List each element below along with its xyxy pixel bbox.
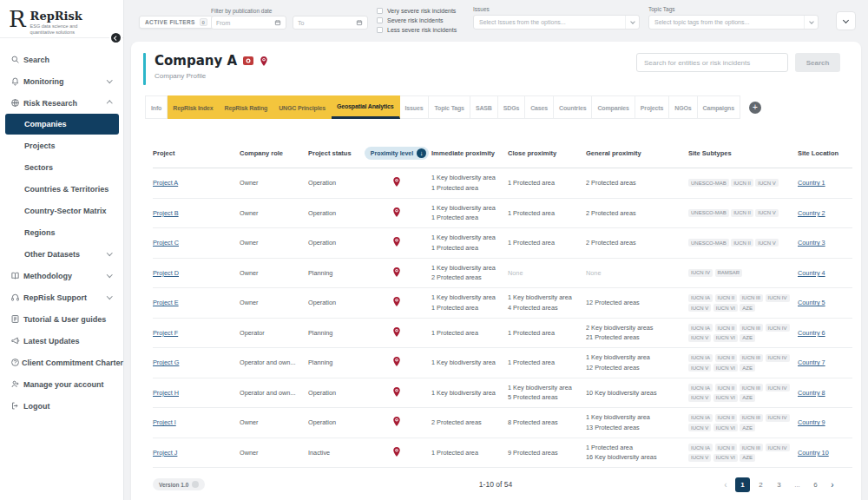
severity-option-severe-risk-incidents[interactable]: Severe risk incidents bbox=[377, 16, 457, 24]
sidebar-item-regions[interactable]: Regions bbox=[0, 221, 123, 243]
sidebar-item-methodology[interactable]: Methodology bbox=[0, 265, 123, 286]
country-link[interactable]: Country 1 bbox=[798, 179, 825, 187]
project-link[interactable]: Project B bbox=[153, 209, 179, 217]
column-header-immediate-proximity[interactable]: Immediate proximity bbox=[431, 149, 508, 157]
pagination-page-6[interactable]: 6 bbox=[808, 477, 823, 492]
column-header-proximity-level[interactable]: Proximity level↓ bbox=[362, 147, 431, 160]
column-header-project-status[interactable]: Project status bbox=[308, 149, 362, 157]
pagination-page-3[interactable]: 3 bbox=[772, 477, 786, 492]
sidebar-collapse-button[interactable] bbox=[109, 31, 122, 44]
media-icon[interactable] bbox=[243, 56, 253, 65]
map-pin-icon[interactable] bbox=[392, 446, 401, 459]
map-pin-icon[interactable] bbox=[392, 266, 401, 280]
project-link[interactable]: Project F bbox=[153, 329, 178, 337]
pagination-next-button[interactable]: › bbox=[826, 480, 838, 490]
entity-search-input[interactable] bbox=[636, 53, 788, 72]
project-link[interactable]: Project C bbox=[153, 239, 179, 247]
active-filters-button[interactable]: ACTIVE FILTERS 0 bbox=[139, 16, 214, 29]
sidebar-item-reprisk-support[interactable]: RepRisk Support bbox=[0, 286, 123, 308]
country-link[interactable]: Country 9 bbox=[798, 418, 825, 426]
sidebar-item-client-commitment-charter[interactable]: Client Commitment Charter bbox=[0, 352, 123, 373]
sidebar-item-country-sector-matrix[interactable]: Country-Sector Matrix bbox=[0, 200, 123, 221]
country-link[interactable]: Country 3 bbox=[798, 239, 825, 247]
tab-companies[interactable]: Companies bbox=[592, 95, 635, 119]
country-link[interactable]: Country 8 bbox=[798, 389, 825, 397]
map-pin-icon[interactable] bbox=[392, 356, 401, 369]
filters-expand-button[interactable] bbox=[836, 11, 856, 30]
tab-campaigns[interactable]: Campaigns bbox=[698, 95, 740, 119]
tab-reprisk-rating[interactable]: RepRisk Rating bbox=[220, 95, 274, 119]
tab-cases[interactable]: Cases bbox=[525, 95, 554, 119]
map-pin-icon[interactable] bbox=[392, 326, 401, 339]
topic-tags-select[interactable]: Select topic tags from the options... bbox=[648, 15, 819, 30]
project-link[interactable]: Project D bbox=[153, 269, 179, 277]
country-link[interactable]: Country 4 bbox=[798, 269, 825, 277]
proximity-line: 1 Protected area bbox=[431, 328, 508, 338]
checkbox-unchecked-icon[interactable] bbox=[377, 27, 383, 33]
project-link[interactable]: Project E bbox=[153, 299, 179, 306]
issues-select[interactable]: Select Issues from the options... bbox=[473, 15, 640, 30]
sidebar-item-tutorial-user-guides[interactable]: Tutorial & User guides bbox=[0, 308, 123, 330]
project-link[interactable]: Project J bbox=[153, 449, 177, 457]
tab-geospatial-analytics[interactable]: Geospatial Analytics bbox=[332, 95, 400, 119]
column-header-company-role[interactable]: Company role bbox=[240, 149, 308, 157]
sidebar-item-other-datasets[interactable]: Other Datasets bbox=[0, 243, 123, 265]
sidebar-item-countries-territories[interactable]: Countries & Territories bbox=[0, 178, 123, 200]
tab-ungc-principles[interactable]: UNGC Principles bbox=[273, 95, 332, 119]
card-footer: Version 1.0 1-10 of 54 ‹ 123...6 › bbox=[153, 476, 838, 493]
column-header-site-location[interactable]: Site Location bbox=[798, 149, 852, 157]
map-pin-icon[interactable] bbox=[392, 236, 401, 249]
project-link[interactable]: Project H bbox=[153, 389, 179, 397]
country-link[interactable]: Country 5 bbox=[798, 299, 825, 306]
pagination-page-1[interactable]: 1 bbox=[735, 477, 750, 492]
column-header-project[interactable]: Project bbox=[153, 149, 240, 157]
sidebar-item-search[interactable]: Search bbox=[0, 49, 123, 70]
sidebar-item-logout[interactable]: Logout bbox=[0, 395, 123, 417]
country-link[interactable]: Country 6 bbox=[798, 329, 825, 337]
tab-projects[interactable]: Projects bbox=[635, 95, 669, 119]
pagination-prev-button[interactable]: ‹ bbox=[720, 480, 732, 490]
map-pin-icon[interactable] bbox=[392, 416, 401, 429]
add-tab-button[interactable]: + bbox=[749, 102, 761, 114]
tab-issues[interactable]: Issues bbox=[400, 95, 430, 119]
tab-countries[interactable]: Countries bbox=[554, 95, 592, 119]
proximity-level-sort-pill[interactable]: Proximity level↓ bbox=[365, 147, 429, 160]
sidebar-item-sectors[interactable]: Sectors bbox=[0, 156, 123, 178]
sidebar-item-companies[interactable]: Companies bbox=[5, 114, 119, 135]
column-header-close-proximity[interactable]: Close proximity bbox=[508, 149, 586, 157]
project-link[interactable]: Project I bbox=[153, 418, 176, 426]
map-pin-icon[interactable] bbox=[392, 207, 401, 220]
map-pin-icon[interactable] bbox=[260, 56, 268, 67]
site-subtype-tag: IUCN V bbox=[688, 334, 711, 342]
checkbox-unchecked-icon[interactable] bbox=[377, 8, 383, 14]
project-link[interactable]: Project A bbox=[153, 179, 178, 187]
tab-info[interactable]: Info bbox=[145, 95, 168, 119]
severity-option-less-severe-risk-incidents[interactable]: Less severe risk incidents bbox=[377, 25, 457, 34]
country-link[interactable]: Country 7 bbox=[798, 359, 825, 366]
date-to-input[interactable]: To bbox=[293, 16, 368, 30]
map-pin-icon[interactable] bbox=[392, 296, 401, 309]
sidebar-item-monitoring[interactable]: Monitoring bbox=[0, 70, 123, 92]
sidebar-item-projects[interactable]: Projects bbox=[0, 135, 123, 156]
map-pin-icon[interactable] bbox=[392, 176, 401, 189]
checkbox-unchecked-icon[interactable] bbox=[377, 17, 383, 23]
sidebar-item-latest-updates[interactable]: Latest Updates bbox=[0, 330, 123, 352]
tab-sasb[interactable]: SASB bbox=[470, 95, 498, 119]
country-link[interactable]: Country 10 bbox=[798, 449, 829, 457]
sidebar-item-manage-your-account[interactable]: Manage your account bbox=[0, 373, 123, 395]
tab-topic-tags[interactable]: Topic Tags bbox=[429, 95, 470, 119]
sidebar-item-risk-research[interactable]: Risk Research bbox=[0, 92, 123, 114]
column-header-general-proximity[interactable]: General proximity bbox=[586, 149, 688, 157]
sidebar-item-label: Risk Research bbox=[23, 99, 77, 108]
severity-option-very-severe-risk-incidents[interactable]: Very severe risk incidents bbox=[377, 6, 457, 15]
tab-reprisk-index[interactable]: RepRisk Index bbox=[168, 95, 219, 119]
tab-sdgs[interactable]: SDGs bbox=[498, 95, 525, 119]
search-button[interactable]: Search bbox=[795, 53, 840, 72]
pagination-page-2[interactable]: 2 bbox=[753, 477, 768, 492]
map-pin-icon[interactable] bbox=[392, 386, 401, 399]
date-from-input[interactable]: From bbox=[211, 16, 286, 30]
tab-ngos[interactable]: NGOs bbox=[669, 95, 697, 119]
project-link[interactable]: Project G bbox=[153, 359, 179, 366]
country-link[interactable]: Country 2 bbox=[798, 209, 825, 217]
column-header-site-subtypes[interactable]: Site Subtypes bbox=[688, 149, 798, 157]
